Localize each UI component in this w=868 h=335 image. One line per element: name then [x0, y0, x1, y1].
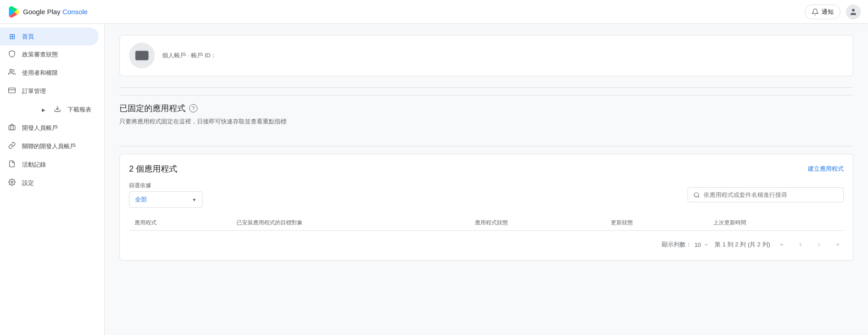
activity-icon — [7, 160, 17, 169]
download-icon — [53, 105, 62, 114]
pinned-section: 已固定的應用程式 ? 只要將應用程式固定在這裡，日後即可快速存取並查看重點指標 — [119, 95, 853, 133]
page-info: 第 1 到 2 列 (共 2 列) — [715, 240, 770, 249]
settings-icon — [7, 179, 17, 188]
col-last-updated: 上次更新時間 — [708, 215, 844, 231]
filter-select[interactable]: 全部 ▼ — [129, 191, 203, 208]
table-header-row: 應用程式 已安裝應用程式的目標對象 應用程式狀態 更新狀態 上次更新時間 — [129, 215, 844, 231]
notification-button[interactable]: 通知 — [805, 5, 840, 19]
col-app: 應用程式 — [129, 215, 231, 231]
filter-label: 篩選依據 — [129, 182, 203, 190]
prev-page-button[interactable] — [794, 238, 807, 251]
expand-icon-reports: ▶ — [42, 107, 45, 112]
pagination-row: 顯示列數： 10 第 1 到 2 列 (共 2 列) — [129, 231, 844, 251]
divider-1 — [119, 87, 853, 88]
pinned-help-icon[interactable]: ? — [189, 104, 197, 112]
account-info: 個人帳戶 · 帳戶 ID： — [162, 51, 216, 60]
sidebar-item-orders[interactable]: 訂單管理 — [0, 82, 99, 100]
svg-rect-2 — [9, 88, 16, 93]
developer-icon — [7, 123, 17, 133]
col-installs: 已安裝應用程式的目標對象 — [231, 215, 469, 231]
apps-table: 應用程式 已安裝應用程式的目標對象 應用程式狀態 更新狀態 上次更新時間 — [129, 215, 844, 231]
sidebar-item-linked[interactable]: 關聯的開發人員帳戶 — [0, 137, 99, 156]
apps-title: 2 個應用程式 — [129, 163, 177, 174]
svg-point-9 — [694, 192, 699, 196]
sidebar-item-developer[interactable]: 開發人員帳戶 — [0, 119, 99, 137]
chevron-down-icon: ▼ — [192, 197, 197, 202]
chevron-down-icon — [704, 242, 709, 247]
filter-row: 篩選依據 全部 ▼ — [129, 182, 844, 208]
body: ⊞ 首頁 政策審查狀態 使用者和權限 訂單管理 ▶ 下載報表 — [0, 24, 868, 335]
header-right: 通知 — [805, 5, 861, 19]
col-update-status: 更新狀態 — [605, 215, 707, 231]
create-app-button[interactable]: 建立應用程式 — [808, 165, 844, 173]
svg-point-1 — [10, 69, 12, 72]
pinned-title: 已固定的應用程式 ? — [119, 103, 853, 114]
account-avatar — [129, 43, 155, 68]
sidebar-item-reports[interactable]: ▶ 下載報表 — [0, 100, 99, 119]
header-title: Google Play Console — [23, 8, 88, 16]
account-icon[interactable] — [846, 5, 861, 19]
search-box — [688, 187, 844, 202]
users-icon — [7, 68, 17, 78]
table-header: 應用程式 已安裝應用程式的目標對象 應用程式狀態 更新狀態 上次更新時間 — [129, 215, 844, 231]
next-page-button[interactable] — [812, 238, 825, 251]
search-input[interactable] — [704, 191, 838, 198]
svg-rect-5 — [9, 126, 15, 130]
separator: · — [188, 52, 191, 59]
logo: Google Play Console — [7, 6, 88, 18]
first-page-button[interactable] — [776, 238, 789, 251]
person-icon — [849, 8, 857, 16]
sidebar-item-users[interactable]: 使用者和權限 — [0, 64, 99, 82]
sidebar: ⊞ 首頁 政策審查狀態 使用者和權限 訂單管理 ▶ 下載報表 — [0, 24, 105, 335]
page-size-select[interactable]: 顯示列數： 10 — [662, 240, 709, 249]
last-page-button[interactable] — [831, 238, 844, 251]
sidebar-item-activity[interactable]: 活動記錄 — [0, 156, 99, 174]
credit-card-icon — [7, 87, 17, 96]
filter-group: 篩選依據 全部 ▼ — [129, 182, 203, 208]
account-section: 個人帳戶 · 帳戶 ID： — [119, 35, 853, 76]
col-status: 應用程式狀態 — [469, 215, 605, 231]
shield-icon — [7, 50, 17, 59]
header: Google Play Console 通知 — [0, 0, 868, 24]
svg-point-6 — [11, 181, 13, 183]
svg-point-8 — [138, 54, 141, 57]
link-icon — [7, 142, 17, 151]
pinned-description: 只要將應用程式固定在這裡，日後即可快速存取並查看重點指標 — [119, 117, 853, 126]
bell-icon — [812, 8, 819, 16]
svg-point-0 — [852, 9, 855, 11]
home-icon: ⊞ — [7, 32, 17, 41]
main-content: 個人帳戶 · 帳戶 ID： 已固定的應用程式 ? 只要將應用程式固定在這裡，日後… — [105, 24, 868, 335]
apps-section: 2 個應用程式 建立應用程式 篩選依據 全部 ▼ — [119, 154, 853, 261]
id-card-icon — [135, 48, 149, 63]
sidebar-item-policy[interactable]: 政策審查狀態 — [0, 45, 99, 64]
divider-2 — [119, 146, 853, 146]
sidebar-item-settings[interactable]: 設定 — [0, 174, 99, 192]
header-left: Google Play Console — [7, 6, 88, 18]
sidebar-item-home[interactable]: ⊞ 首頁 — [0, 28, 99, 45]
play-logo-icon — [7, 6, 20, 18]
apps-header: 2 個應用程式 建立應用程式 — [129, 163, 844, 174]
search-icon — [693, 192, 700, 198]
